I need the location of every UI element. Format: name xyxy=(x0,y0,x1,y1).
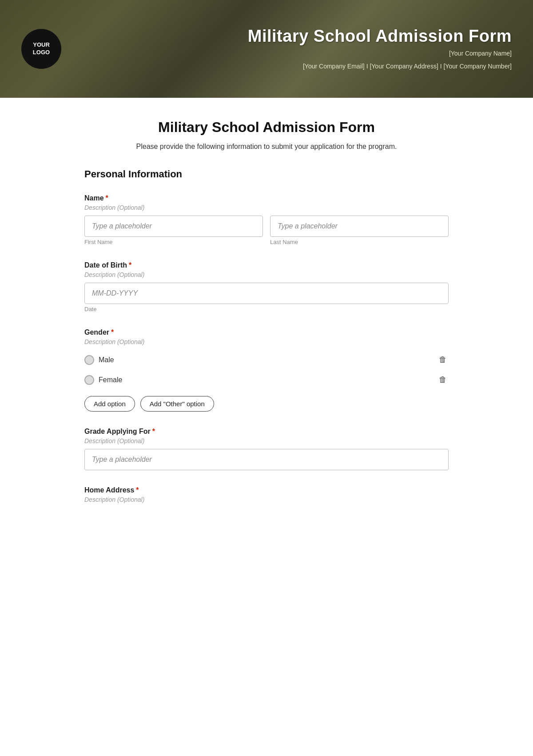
dob-input[interactable] xyxy=(84,283,449,304)
field-dob: Date of Birth * Description (Optional) D… xyxy=(84,261,449,312)
radio-option-male: Male 🗑 xyxy=(84,350,449,370)
field-address-description: Description (Optional) xyxy=(84,496,449,503)
delete-icon-male[interactable]: 🗑 xyxy=(437,353,449,366)
first-name-sublabel: First Name xyxy=(84,239,263,245)
required-indicator: * xyxy=(106,194,108,202)
field-gender-description: Description (Optional) xyxy=(84,338,449,345)
required-indicator-grade: * xyxy=(152,428,155,436)
section-personal-heading: Personal Information xyxy=(84,168,449,182)
dob-sublabel: Date xyxy=(84,306,449,312)
header-title: Military School Admission Form xyxy=(61,27,512,46)
required-indicator-address: * xyxy=(136,486,139,494)
field-grade: Grade Applying For * Description (Option… xyxy=(84,428,449,470)
radio-label-female: Female xyxy=(99,376,122,384)
field-address: Home Address * Description (Optional) xyxy=(84,486,449,503)
gender-btn-row: Add option Add "Other" option xyxy=(84,396,449,412)
add-option-button[interactable]: Add option xyxy=(84,396,135,412)
field-name-description: Description (Optional) xyxy=(84,204,449,211)
field-name: Name * Description (Optional) First Name… xyxy=(84,194,449,245)
radio-circle-female[interactable] xyxy=(84,375,94,385)
first-name-input[interactable] xyxy=(84,216,263,237)
field-name-label: Name * xyxy=(84,194,449,202)
header-text-block: Military School Admission Form [Your Com… xyxy=(61,27,512,71)
field-grade-description: Description (Optional) xyxy=(84,437,449,444)
radio-circle-male[interactable] xyxy=(84,355,94,365)
field-first-name-col: First Name xyxy=(84,216,263,245)
required-indicator-dob: * xyxy=(129,261,131,269)
last-name-input[interactable] xyxy=(270,216,449,237)
logo: YOUR LOGO xyxy=(21,29,61,69)
add-other-option-button[interactable]: Add "Other" option xyxy=(140,396,214,412)
delete-icon-female[interactable]: 🗑 xyxy=(437,373,449,386)
field-dob-label: Date of Birth * xyxy=(84,261,449,269)
form-subtitle: Please provide the following information… xyxy=(84,143,449,151)
required-indicator-gender: * xyxy=(111,328,114,336)
field-dob-description: Description (Optional) xyxy=(84,271,449,278)
radio-option-female: Female 🗑 xyxy=(84,370,449,390)
field-address-label: Home Address * xyxy=(84,486,449,494)
field-grade-label: Grade Applying For * xyxy=(84,428,449,436)
form-title: Military School Admission Form xyxy=(84,119,449,136)
page-header: YOUR LOGO Military School Admission Form… xyxy=(0,0,533,98)
header-company-name: [Your Company Name] xyxy=(61,48,512,58)
main-content: Military School Admission Form Please pr… xyxy=(67,98,466,555)
last-name-sublabel: Last Name xyxy=(270,239,449,245)
grade-input[interactable] xyxy=(84,449,449,470)
field-gender: Gender * Description (Optional) Male 🗑 F… xyxy=(84,328,449,412)
field-gender-label: Gender * xyxy=(84,328,449,336)
radio-label-male: Male xyxy=(99,356,114,364)
field-last-name-col: Last Name xyxy=(270,216,449,245)
header-company-info: [Your Company Email] I [Your Company Add… xyxy=(61,61,512,71)
field-name-row: First Name Last Name xyxy=(84,216,449,245)
